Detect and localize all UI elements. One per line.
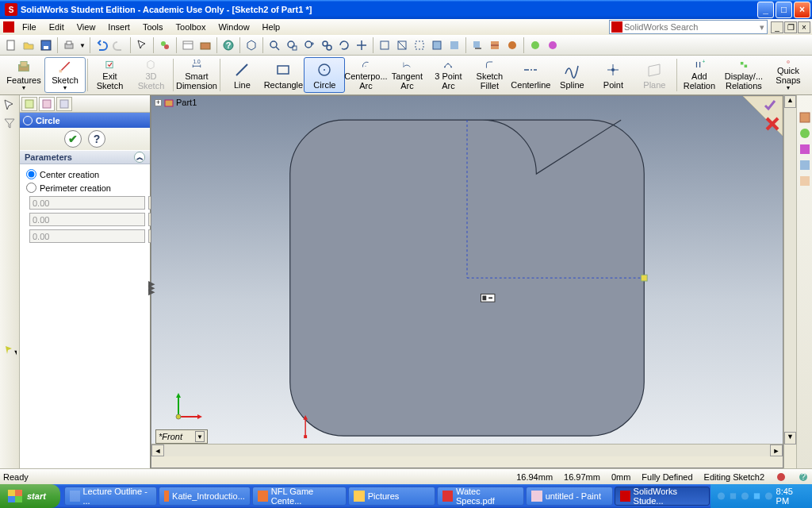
taskbar-item[interactable]: Pictures (348, 487, 435, 506)
tray-icon[interactable] (717, 491, 726, 501)
tool-icon[interactable] (2, 133, 17, 148)
vscroll-track[interactable] (784, 108, 796, 432)
menu-view[interactable]: View (71, 21, 102, 33)
fm-tab-pm[interactable] (39, 97, 55, 111)
taskpane-tab[interactable] (799, 111, 811, 124)
rectangle-button[interactable]: Rectangle (262, 57, 304, 93)
tray-icon[interactable] (729, 491, 737, 501)
quick-snaps-button[interactable]: Quick Snaps▼ (768, 57, 809, 93)
display-relations-button[interactable]: Display/... Relations (720, 57, 768, 93)
hlr-button[interactable] (394, 37, 410, 53)
three-point-arc-button[interactable]: 3 Point Arc (427, 57, 469, 93)
horizontal-scrollbar[interactable]: ◄ ► (151, 444, 783, 456)
menu-edit[interactable]: Edit (43, 21, 71, 33)
tool-icon[interactable] (2, 273, 17, 287)
section-button[interactable] (487, 37, 503, 53)
centerline-button[interactable]: Centerline (510, 57, 551, 93)
taskbar-item[interactable]: Watec Specs.pdf (437, 487, 524, 506)
select-button[interactable] (134, 37, 150, 53)
fm-tab-tree[interactable] (21, 97, 37, 111)
print-dd[interactable]: ▼ (79, 37, 86, 53)
minimize-button[interactable]: _ (757, 2, 774, 18)
tool-icon[interactable] (2, 291, 17, 305)
tool-icon[interactable] (2, 325, 17, 340)
search-dropdown-icon[interactable]: ▾ (757, 22, 767, 33)
wireframe-button[interactable] (377, 37, 393, 53)
menu-help[interactable]: Help (256, 21, 287, 33)
point-button[interactable]: Point (592, 57, 634, 93)
tool-icon[interactable] (2, 238, 17, 252)
shaded-edges-button[interactable] (429, 37, 445, 53)
taskpane-tab[interactable] (799, 143, 811, 156)
taskpane-tab[interactable] (799, 127, 811, 140)
scroll-left[interactable]: ◄ (151, 444, 164, 456)
centerpoint-arc-button[interactable]: Centerpo... Arc (345, 57, 386, 93)
status-icon[interactable] (776, 471, 787, 483)
taskbar-item[interactable]: NFL Game Cente... (252, 487, 347, 506)
sketch-fillet-button[interactable]: Sketch Fillet (469, 57, 510, 93)
graphics-area[interactable]: + Part1 ▶▶▶ (151, 95, 783, 468)
menu-window[interactable]: Window (212, 21, 255, 33)
tool-icon[interactable] (2, 203, 17, 217)
search-input[interactable] (624, 22, 757, 32)
rebuild-button[interactable] (157, 37, 173, 53)
close-button[interactable]: × (794, 2, 810, 18)
mdi-minimize[interactable]: _ (771, 21, 783, 33)
system-tray[interactable]: 8:45 PM (710, 484, 812, 508)
taskpane-tab[interactable] (799, 175, 811, 187)
toolbox-dd[interactable] (197, 37, 213, 53)
view-orientation-button[interactable] (243, 37, 259, 53)
param-y-input[interactable] (29, 213, 145, 226)
status-help-icon[interactable]: ? (798, 471, 809, 483)
taskbar-item-active[interactable]: SolidWorks Stude... (615, 487, 710, 506)
taskpane-tab[interactable] (799, 159, 811, 171)
start-button[interactable]: start (0, 484, 60, 508)
help-button[interactable]: ? (88, 130, 105, 148)
realview-button[interactable] (504, 37, 520, 53)
taskbar-item[interactable]: Lecture Outline - ... (64, 487, 157, 506)
tray-icon[interactable] (753, 491, 761, 501)
exit-sketch-button[interactable]: Exit Sketch (89, 57, 130, 93)
menu-toolbox[interactable]: Toolbox (170, 21, 213, 33)
undo-button[interactable] (94, 37, 109, 53)
select-tool-icon[interactable] (2, 98, 17, 113)
dropdown-icon[interactable]: ▼ (195, 431, 205, 442)
tool-icon[interactable] (2, 221, 17, 235)
spline-button[interactable]: Spline (551, 57, 592, 93)
pan-button[interactable] (354, 37, 370, 53)
menu-insert[interactable]: Insert (102, 21, 136, 33)
tool-icon[interactable] (2, 151, 17, 165)
print-button[interactable] (61, 37, 77, 53)
zoom-fit-button[interactable] (266, 37, 282, 53)
zoom-inout-button[interactable] (301, 37, 317, 53)
param-x-input[interactable] (29, 196, 145, 210)
scroll-down[interactable]: ▼ (784, 432, 796, 444)
tool-icon[interactable] (2, 168, 17, 183)
add-relation-button[interactable]: +Add Relation (679, 57, 720, 93)
shadow-button[interactable] (469, 37, 485, 53)
mdi-restore[interactable]: ❐ (784, 21, 797, 33)
mdi-close[interactable]: × (798, 21, 810, 33)
tool-icon[interactable] (2, 308, 17, 322)
tangent-arc-button[interactable]: Tangent Arc (386, 57, 427, 93)
options-button[interactable] (180, 37, 196, 53)
filter-icon[interactable] (2, 116, 17, 130)
smart-dimension-button[interactable]: 1.0Smart Dimension (175, 57, 218, 93)
taskbar-item[interactable]: Katie_Introductio... (159, 487, 251, 506)
circle-button[interactable]: Circle (304, 57, 345, 93)
scroll-up[interactable]: ▲ (784, 95, 796, 108)
maximize-button[interactable]: □ (776, 2, 792, 18)
scroll-right[interactable]: ► (770, 444, 783, 456)
center-creation-radio[interactable] (26, 169, 36, 179)
center-creation-option[interactable]: Center creation (26, 169, 144, 179)
open-button[interactable] (21, 37, 36, 53)
taskbar-item[interactable]: untitled - Paint (526, 487, 613, 506)
zoom-area-button[interactable] (284, 37, 300, 53)
tray-icon[interactable] (741, 491, 749, 501)
pm-section-header[interactable]: Parameters ︽ (20, 150, 150, 164)
scroll-track[interactable] (164, 444, 770, 456)
line-button[interactable]: Line (221, 57, 262, 93)
appearance-button[interactable] (527, 37, 543, 53)
3d-sketch-button[interactable]: 3D Sketch (130, 57, 171, 93)
hlv-button[interactable] (412, 37, 427, 53)
